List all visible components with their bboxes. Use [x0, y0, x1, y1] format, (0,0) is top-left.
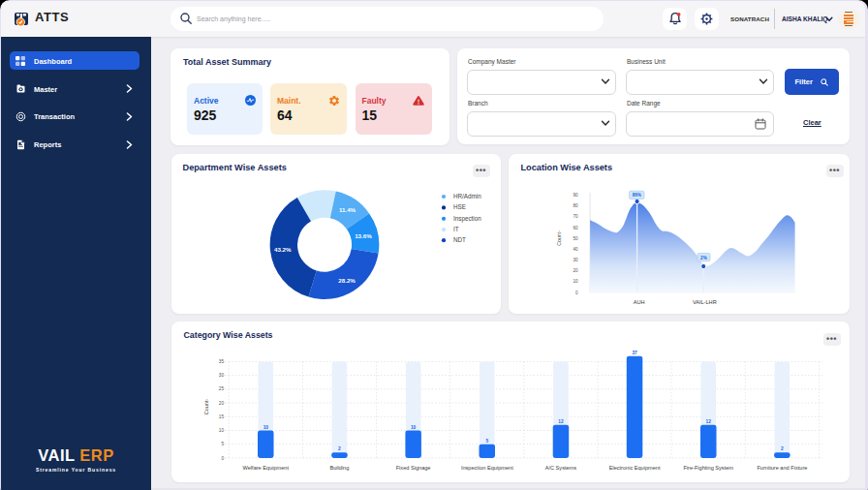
svg-text:Inspection: Inspection [453, 214, 481, 222]
svg-text:2%: 2% [700, 255, 707, 260]
svg-text:30: 30 [573, 258, 578, 262]
svg-text:25: 25 [218, 386, 224, 391]
svg-text:86%: 86% [632, 193, 640, 198]
svg-text:Fire-Fighting System: Fire-Fighting System [683, 465, 733, 471]
svg-text:Welfare Equipment: Welfare Equipment [242, 465, 289, 471]
svg-text:5: 5 [221, 442, 224, 446]
svg-text:2: 2 [338, 446, 341, 451]
svg-text:10: 10 [218, 428, 224, 433]
svg-text:50: 50 [573, 235, 578, 240]
svg-text:Fixed Signage: Fixed Signage [395, 465, 430, 471]
svg-text:40: 40 [573, 246, 578, 251]
svg-text:60: 60 [573, 225, 578, 230]
svg-text:11.4%: 11.4% [338, 206, 356, 213]
svg-text:20: 20 [218, 401, 224, 406]
svg-text:A/C Systems: A/C Systems [544, 465, 576, 471]
svg-text:90: 90 [573, 193, 578, 198]
svg-text:10: 10 [573, 279, 578, 284]
svg-text:15: 15 [218, 414, 224, 419]
svg-text:28.2%: 28.2% [338, 276, 356, 283]
svg-text:10: 10 [410, 425, 416, 430]
svg-text:Furniture and Fixture: Furniture and Fixture [757, 465, 807, 471]
svg-text:5: 5 [485, 439, 488, 444]
svg-text:NDT: NDT [453, 236, 466, 243]
svg-text:HSE: HSE [453, 203, 466, 210]
svg-text:12: 12 [558, 419, 564, 424]
svg-text:Inspection Equipment: Inspection Equipment [460, 465, 512, 471]
svg-text:Building: Building [329, 465, 349, 471]
svg-text:2: 2 [781, 446, 784, 451]
svg-text:70: 70 [573, 214, 578, 219]
svg-text:AUH: AUH [633, 299, 644, 305]
svg-text:43.2%: 43.2% [274, 245, 292, 252]
svg-text:35: 35 [218, 359, 224, 364]
svg-text:VAIL-LHR: VAIL-LHR [692, 299, 716, 305]
svg-text:Count-: Count- [203, 399, 209, 415]
svg-text:Count-: Count- [555, 230, 561, 245]
svg-text:HR/Admin: HR/Admin [453, 193, 481, 199]
svg-text:20: 20 [573, 268, 578, 273]
svg-text:80: 80 [573, 203, 578, 208]
svg-text:0: 0 [574, 290, 577, 294]
svg-text:30: 30 [218, 373, 224, 378]
svg-text:37: 37 [632, 351, 637, 355]
svg-text:Electronic Equipment: Electronic Equipment [608, 465, 660, 471]
svg-text:IT: IT [453, 226, 459, 232]
svg-text:12: 12 [705, 419, 711, 424]
svg-text:13.6%: 13.6% [355, 231, 372, 238]
svg-text:0: 0 [221, 456, 224, 461]
svg-text:10: 10 [263, 425, 268, 430]
